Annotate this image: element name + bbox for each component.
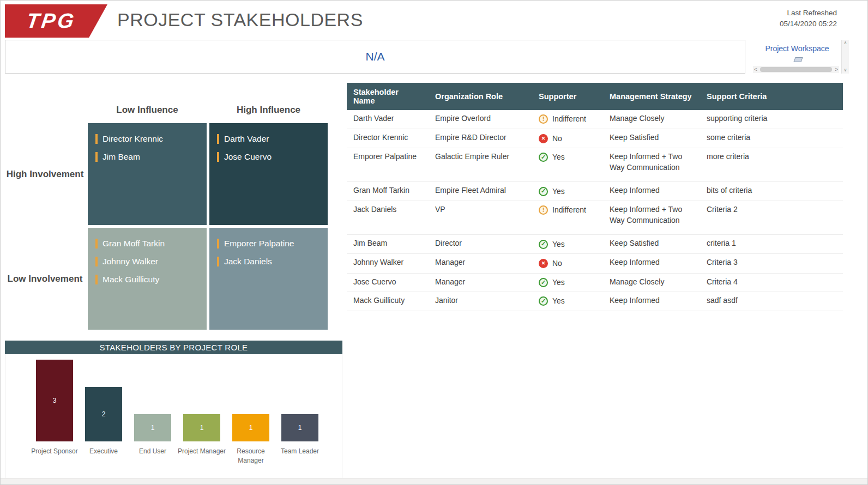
cell-organization-role: Manager — [429, 254, 532, 273]
cell-supporter: Indifferent — [532, 201, 603, 235]
matrix-corner-spacer — [5, 77, 85, 120]
horizontal-scrollbar[interactable]: < > — [753, 66, 839, 73]
supporter-status-icon — [539, 134, 548, 143]
cell-stakeholder-name: Jose Cuervo — [347, 273, 429, 292]
accent-bar-icon — [217, 257, 219, 266]
accent-bar-icon — [95, 275, 98, 284]
supporter-status-icon — [539, 114, 548, 124]
cell-support-criteria: Criteria 4 — [700, 273, 843, 292]
supporter-label: Yes — [552, 152, 565, 163]
cell-supporter: No — [532, 254, 603, 273]
column-header-support-criteria[interactable]: Support Criteria — [700, 83, 843, 110]
supporter-label: No — [552, 134, 562, 144]
cell-stakeholder-name: Emporer Palpatine — [347, 148, 429, 182]
cell-support-criteria: some criteria — [700, 129, 843, 148]
table-row[interactable]: Gran Moff Tarkin Empire Fleet Admiral Ye… — [347, 182, 843, 201]
tpg-logo: TPG — [5, 4, 107, 38]
scroll-down-icon[interactable]: ∨ — [843, 68, 848, 72]
vertical-scrollbar[interactable]: ∧ ∨ — [841, 40, 849, 74]
scrollbar-thumb[interactable] — [760, 67, 832, 72]
cell-organization-role: Empire Fleet Admiral — [429, 182, 532, 201]
matrix-item-label: Mack Guillicuty — [103, 275, 159, 284]
table-row[interactable]: Darth Vader Empire Overlord Indifferent … — [347, 110, 843, 129]
cell-stakeholder-name: Director Krennic — [347, 129, 429, 148]
cell-supporter: Yes — [532, 235, 603, 254]
accent-bar-icon — [95, 152, 98, 162]
cell-support-criteria: criteria 1 — [700, 235, 843, 254]
cell-management-strategy: Keep Satisfied — [603, 129, 700, 148]
bottom-scrollbar-strip[interactable] — [1, 478, 867, 484]
bar-project-sponsor[interactable]: 3 — [36, 360, 73, 441]
column-header-stakeholder-name[interactable]: Stakeholder Name — [347, 83, 429, 110]
column-header-management-strategy[interactable]: Management Strategy — [603, 83, 700, 110]
quadrant-high-involvement-high-influence: Darth Vader Jose Cuervo — [209, 123, 328, 225]
matrix-item-label: Gran Moff Tarkin — [103, 239, 165, 248]
supporter-status-icon — [539, 278, 548, 287]
supporter-label: Indifferent — [552, 205, 586, 216]
table-row[interactable]: Johnny Walker Manager No Keep Informed C… — [347, 254, 843, 273]
table-row[interactable]: Mack Guillicuty Janitor Yes Keep Informe… — [347, 292, 843, 311]
cell-management-strategy: Manage Closely — [603, 110, 700, 129]
slicer-selected-value[interactable]: N/A — [365, 50, 384, 63]
row-header-low-involvement: Low Involvement — [5, 228, 85, 330]
matrix-item[interactable]: Director Krennic — [95, 130, 207, 148]
tpg-logo-text: TPG — [25, 9, 87, 33]
bar-category-label: Executive — [79, 447, 128, 456]
matrix-item[interactable]: Jack Daniels — [217, 252, 328, 270]
cell-organization-role: Empire R&D Director — [429, 129, 532, 148]
cell-support-criteria: sadf asdf — [700, 292, 843, 311]
matrix-item[interactable]: Jose Cuervo — [217, 148, 328, 166]
bar-resource-manager[interactable]: 1 — [232, 414, 269, 441]
matrix-item-label: Director Krennic — [103, 134, 163, 144]
bar-team-leader[interactable]: 1 — [281, 414, 318, 441]
clear-filter-icon[interactable] — [793, 57, 803, 62]
matrix-item[interactable]: Gran Moff Tarkin — [95, 234, 207, 252]
bar-project-manager[interactable]: 1 — [183, 414, 220, 441]
chart-title: STAKEHOLDERS BY PROJECT ROLE — [5, 341, 342, 354]
supporter-label: Yes — [552, 296, 565, 307]
table-row[interactable]: Emporer Palpatine Galactic Empire Ruler … — [347, 148, 843, 182]
table-row[interactable]: Jack Daniels VP Indifferent Keep Informe… — [347, 201, 843, 235]
matrix-item-label: Johnny Walker — [103, 257, 158, 266]
bar-category-label: Project Sponsor — [30, 447, 79, 456]
bar-category-label: Team Leader — [275, 447, 324, 456]
scroll-right-icon[interactable]: > — [834, 67, 839, 72]
accent-bar-icon — [95, 257, 98, 266]
matrix-item[interactable]: Darth Vader — [217, 130, 328, 148]
cell-management-strategy: Keep Informed — [603, 254, 700, 273]
accent-bar-icon — [95, 134, 98, 144]
column-header-supporter[interactable]: Supporter — [532, 83, 603, 110]
cell-organization-role: Manager — [429, 273, 532, 292]
scroll-up-icon[interactable]: ∧ — [843, 41, 848, 45]
workspace-label[interactable]: Project Workspace — [756, 44, 838, 53]
cell-support-criteria: Criteria 3 — [700, 254, 843, 273]
bar-column: 1Resource Manager — [232, 414, 269, 441]
scroll-left-icon[interactable]: < — [753, 67, 758, 72]
bar-value-label: 1 — [232, 424, 269, 432]
cell-organization-role: VP — [429, 201, 532, 235]
bar-value-label: 2 — [85, 410, 122, 418]
selection-slicer[interactable]: N/A — [5, 40, 745, 74]
supporter-label: No — [552, 258, 562, 269]
cell-management-strategy: Keep Informed — [603, 292, 700, 311]
matrix-item[interactable]: Mack Guillicuty — [95, 270, 207, 288]
cell-management-strategy: Keep Informed + Two Way Communication — [603, 148, 700, 182]
cell-organization-role: Janitor — [429, 292, 532, 311]
bar-column: 1End User — [134, 414, 171, 441]
matrix-item[interactable]: Jim Beam — [95, 148, 207, 166]
supporter-status-icon — [539, 259, 548, 268]
matrix-item[interactable]: Emporer Palpatine — [217, 234, 328, 252]
column-header-organization-role[interactable]: Organization Role — [429, 83, 532, 110]
table-row[interactable]: Jose Cuervo Manager Yes Manage Closely C… — [347, 273, 843, 292]
quadrant-low-involvement-high-influence: Emporer Palpatine Jack Daniels — [209, 228, 328, 330]
table-row[interactable]: Director Krennic Empire R&D Director No … — [347, 129, 843, 148]
supporter-status-icon — [539, 205, 548, 215]
accent-bar-icon — [217, 152, 219, 162]
matrix-item-label: Jim Beam — [103, 152, 140, 162]
matrix-item[interactable]: Johnny Walker — [95, 252, 207, 270]
bar-end-user[interactable]: 1 — [134, 414, 171, 441]
table-row[interactable]: Jim Beam Director Yes Keep Satisfied cri… — [347, 235, 843, 254]
stakeholder-table: Stakeholder Name Organization Role Suppo… — [347, 83, 843, 477]
bar-value-label: 1 — [281, 424, 318, 432]
bar-executive[interactable]: 2 — [85, 387, 122, 441]
